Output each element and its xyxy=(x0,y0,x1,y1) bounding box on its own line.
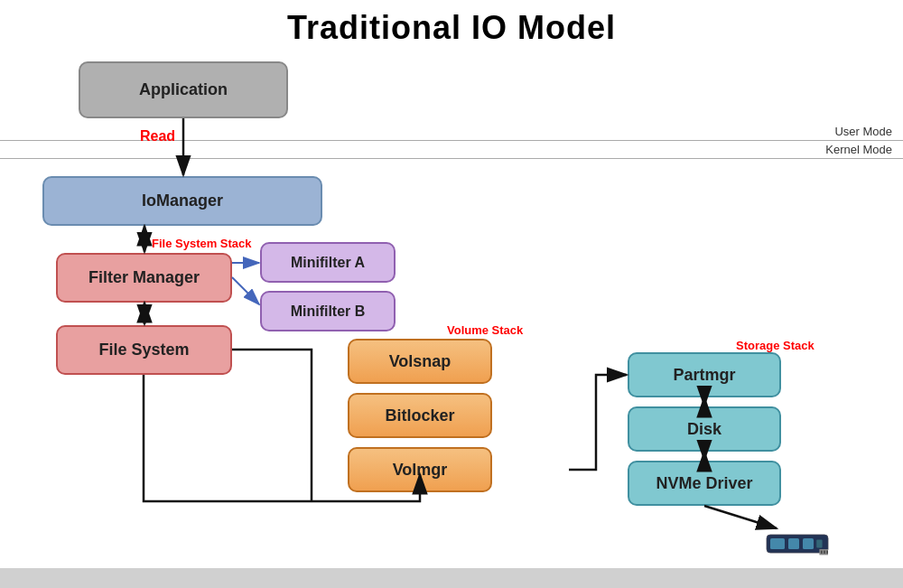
svg-rect-18 xyxy=(824,551,825,554)
bitlocker-box: Bitlocker xyxy=(348,393,492,438)
file-system-stack-label: File System Stack xyxy=(152,237,252,250)
storage-stack-label: Storage Stack xyxy=(736,339,815,352)
read-label: Read xyxy=(140,128,175,145)
nvme-drive-icon xyxy=(763,524,835,560)
diagram-container: Traditional IO Model User Mode Kernel Mo… xyxy=(0,0,903,588)
application-box: Application xyxy=(79,61,288,118)
file-system-box: File System xyxy=(56,325,232,375)
svg-rect-14 xyxy=(803,538,814,549)
user-mode-line xyxy=(0,140,903,141)
disk-box: Disk xyxy=(628,406,781,452)
svg-line-7 xyxy=(232,277,259,304)
nvme-driver-box: NVMe Driver xyxy=(628,461,781,506)
partmgr-box: Partmgr xyxy=(628,352,781,397)
kernel-mode-label: Kernel Mode xyxy=(825,143,892,156)
svg-rect-15 xyxy=(816,540,822,548)
kernel-mode-line xyxy=(0,158,903,159)
volume-stack-label: Volume Stack xyxy=(447,323,523,337)
svg-rect-19 xyxy=(826,551,828,554)
filter-manager-box: Filter Manager xyxy=(56,253,232,303)
minifilter-b-box: Minifilter B xyxy=(260,291,396,331)
minifilter-a-box: Minifilter A xyxy=(260,242,396,283)
volsnap-box: Volsnap xyxy=(348,339,492,384)
bottom-bar xyxy=(0,568,903,588)
volmgr-box: Volmgr xyxy=(348,447,492,492)
user-mode-label: User Mode xyxy=(834,125,892,138)
svg-rect-13 xyxy=(788,538,799,549)
iomanager-box: IoManager xyxy=(42,176,322,226)
page-title: Traditional IO Model xyxy=(0,0,903,47)
svg-rect-17 xyxy=(821,551,823,554)
svg-rect-12 xyxy=(770,538,785,549)
